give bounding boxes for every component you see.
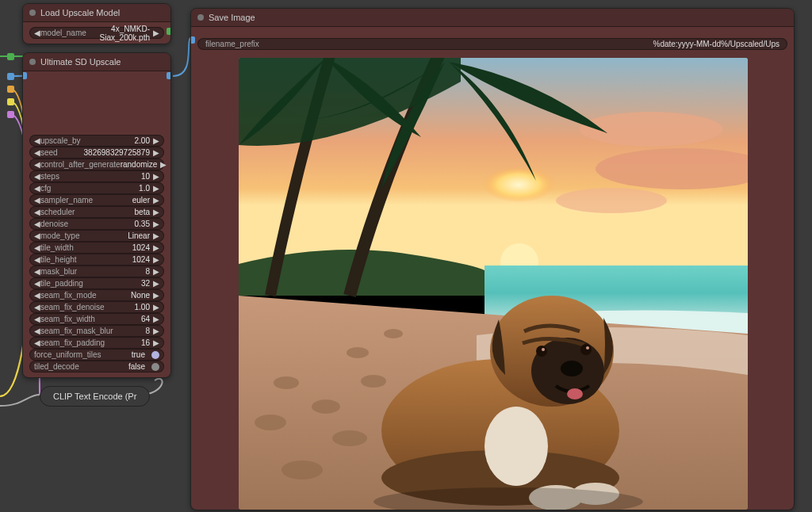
chevron-right-icon[interactable]: ▶ — [153, 279, 159, 288]
chevron-left-icon[interactable]: ◀ — [34, 338, 40, 347]
chevron-left-icon[interactable]: ◀ — [34, 315, 40, 323]
model-name-selector[interactable]: ◀ model_name 4x_NMKD-Siax_200k.pth ▶ — [29, 27, 164, 39]
param-value: 1.00 — [105, 303, 153, 311]
output-port-image[interactable] — [167, 72, 171, 79]
chevron-right-icon[interactable]: ▶ — [153, 255, 159, 264]
chevron-right-icon[interactable]: ▶ — [153, 327, 159, 335]
chevron-left-icon[interactable]: ◀ — [34, 255, 40, 264]
chevron-right-icon[interactable]: ▶ — [153, 303, 159, 311]
param-mode_type[interactable]: ◀mode_typeLinear▶ — [29, 230, 164, 242]
chevron-left-icon[interactable]: ◀ — [34, 172, 40, 181]
param-value: 382698329725879 — [58, 148, 153, 157]
param-label: cfg — [40, 184, 51, 193]
param-steps[interactable]: ◀steps10▶ — [29, 170, 164, 182]
filename-prefix-input[interactable]: filename_prefix %date:yyyy-MM-dd%/Upscal… — [197, 38, 787, 50]
chevron-left-icon[interactable]: ◀ — [34, 303, 40, 311]
node-header[interactable]: Load Upscale Model — [23, 4, 170, 22]
image-preview[interactable] — [239, 58, 748, 510]
chevron-right-icon[interactable]: ▶ — [153, 184, 159, 193]
chevron-right-icon[interactable]: ▶ — [153, 208, 159, 216]
param-label: seam_fix_width — [40, 315, 95, 323]
chevron-right-icon[interactable]: ▶ — [153, 196, 159, 204]
param-sampler_name[interactable]: ◀sampler_nameeuler▶ — [29, 194, 164, 206]
node-clip-text-encode[interactable]: CLIP Text Encode (Pr — [40, 386, 150, 407]
param-label: model_name — [40, 29, 86, 37]
chevron-right-icon[interactable]: ▶ — [153, 29, 159, 37]
toggle-icon[interactable] — [151, 351, 159, 359]
port-image[interactable] — [7, 73, 14, 80]
param-seam_fix_padding[interactable]: ◀seam_fix_padding16▶ — [29, 337, 164, 349]
chevron-left-icon[interactable]: ◀ — [34, 291, 40, 300]
input-port-images[interactable] — [190, 36, 195, 44]
param-tiled_decode[interactable]: tiled_decodefalse — [29, 361, 164, 373]
chevron-left-icon[interactable]: ◀ — [34, 160, 40, 169]
chevron-left-icon[interactable]: ◀ — [34, 327, 40, 335]
output-port-upscale-model[interactable] — [167, 28, 171, 35]
node-ultimate-sd-upscale[interactable]: Ultimate SD Upscale ◀upscale_by2.00▶◀see… — [22, 52, 171, 378]
param-seam_fix_mask_blur[interactable]: ◀seam_fix_mask_blur8▶ — [29, 325, 164, 337]
chevron-right-icon[interactable]: ▶ — [153, 148, 159, 157]
chevron-left-icon[interactable]: ◀ — [34, 231, 40, 240]
param-label: mode_type — [40, 231, 79, 240]
param-force_uniform_tiles[interactable]: force_uniform_tilestrue — [29, 349, 164, 361]
param-mask_blur[interactable]: ◀mask_blur8▶ — [29, 266, 164, 277]
svg-point-14 — [384, 329, 403, 338]
node-header[interactable]: Ultimate SD Upscale — [23, 53, 170, 71]
node-graph-canvas[interactable]: Load Upscale Model ◀ model_name 4x_NMKD-… — [0, 0, 812, 512]
chevron-right-icon[interactable]: ▶ — [153, 231, 159, 240]
param-cfg[interactable]: ◀cfg1.0▶ — [29, 182, 164, 194]
param-value: beta — [75, 208, 153, 216]
chevron-right-icon[interactable]: ▶ — [160, 160, 167, 169]
param-value: false — [79, 362, 148, 371]
param-value: 1024 — [74, 243, 153, 252]
param-label: mask_blur — [40, 267, 77, 276]
param-tile_padding[interactable]: ◀tile_padding32▶ — [29, 277, 164, 289]
chevron-right-icon[interactable]: ▶ — [153, 315, 159, 323]
port-cond-pos[interactable] — [7, 86, 14, 93]
chevron-left-icon[interactable]: ◀ — [34, 148, 40, 157]
param-denoise[interactable]: ◀denoise0.35▶ — [29, 218, 164, 230]
chevron-right-icon[interactable]: ▶ — [153, 243, 159, 252]
chevron-left-icon[interactable]: ◀ — [34, 279, 40, 288]
param-upscale_by[interactable]: ◀upscale_by2.00▶ — [29, 135, 164, 147]
port-vae[interactable] — [7, 111, 14, 118]
param-value: %date:yyyy-MM-dd%/Upscaled/Ups — [259, 40, 779, 48]
collapse-icon[interactable] — [29, 10, 36, 16]
param-seed[interactable]: ◀seed382698329725879▶ — [29, 147, 164, 159]
chevron-left-icon[interactable]: ◀ — [34, 136, 40, 145]
collapse-icon[interactable] — [197, 14, 204, 21]
chevron-left-icon[interactable]: ◀ — [34, 267, 40, 276]
param-seam_fix_width[interactable]: ◀seam_fix_width64▶ — [29, 313, 164, 325]
chevron-left-icon[interactable]: ◀ — [34, 196, 40, 204]
node-save-image[interactable]: Save Image filename_prefix %date:yyyy-MM… — [190, 8, 795, 510]
chevron-left-icon[interactable]: ◀ — [34, 220, 40, 228]
chevron-right-icon[interactable]: ▶ — [153, 338, 159, 347]
param-label: tiled_decode — [34, 362, 79, 371]
chevron-left-icon[interactable]: ◀ — [34, 208, 40, 216]
svg-point-13 — [347, 347, 369, 358]
chevron-left-icon[interactable]: ◀ — [34, 29, 40, 37]
param-scheduler[interactable]: ◀schedulerbeta▶ — [29, 206, 164, 218]
svg-point-16 — [274, 376, 299, 389]
chevron-left-icon[interactable]: ◀ — [34, 243, 40, 252]
node-header[interactable]: Save Image — [191, 9, 794, 27]
chevron-right-icon[interactable]: ▶ — [153, 267, 159, 276]
chevron-right-icon[interactable]: ▶ — [153, 136, 159, 145]
toggle-icon[interactable] — [151, 363, 159, 371]
param-tile_height[interactable]: ◀tile_height1024▶ — [29, 254, 164, 266]
chevron-right-icon[interactable]: ▶ — [153, 291, 159, 300]
param-tile_width[interactable]: ◀tile_width1024▶ — [29, 242, 164, 254]
node-load-upscale-model[interactable]: Load Upscale Model ◀ model_name 4x_NMKD-… — [22, 3, 171, 44]
param-label: steps — [40, 172, 59, 181]
param-seam_fix_denoise[interactable]: ◀seam_fix_denoise1.00▶ — [29, 301, 164, 313]
port-cond-neg[interactable] — [7, 98, 14, 105]
chevron-left-icon[interactable]: ◀ — [34, 184, 40, 193]
chevron-right-icon[interactable]: ▶ — [153, 220, 159, 228]
param-label: seam_fix_denoise — [40, 303, 105, 311]
param-control_after_generate[interactable]: ◀control_after_generaterandomize▶ — [29, 159, 164, 170]
port-model[interactable] — [7, 53, 14, 60]
collapse-icon[interactable] — [29, 59, 36, 65]
chevron-right-icon[interactable]: ▶ — [153, 172, 159, 181]
param-seam_fix_mode[interactable]: ◀seam_fix_modeNone▶ — [29, 289, 164, 301]
input-port-image[interactable] — [22, 72, 27, 79]
